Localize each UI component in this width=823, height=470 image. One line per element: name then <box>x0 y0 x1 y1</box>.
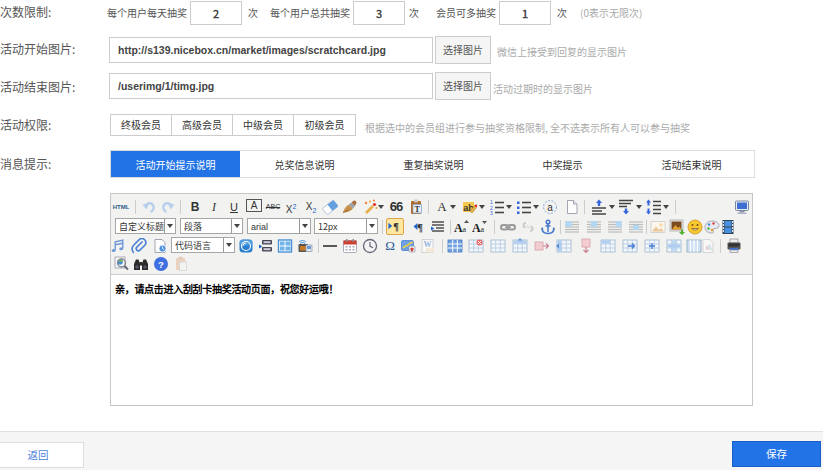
svg-text:¶: ¶ <box>417 221 423 233</box>
svg-text:¶: ¶ <box>393 221 399 232</box>
svg-text:?: ? <box>158 259 164 270</box>
svg-text:T: T <box>415 205 421 214</box>
svg-text:W: W <box>424 240 432 249</box>
svg-text:a: a <box>547 202 553 213</box>
svg-text:a: a <box>481 225 485 234</box>
svg-text:a: a <box>463 225 467 234</box>
svg-text:3: 3 <box>490 210 493 215</box>
